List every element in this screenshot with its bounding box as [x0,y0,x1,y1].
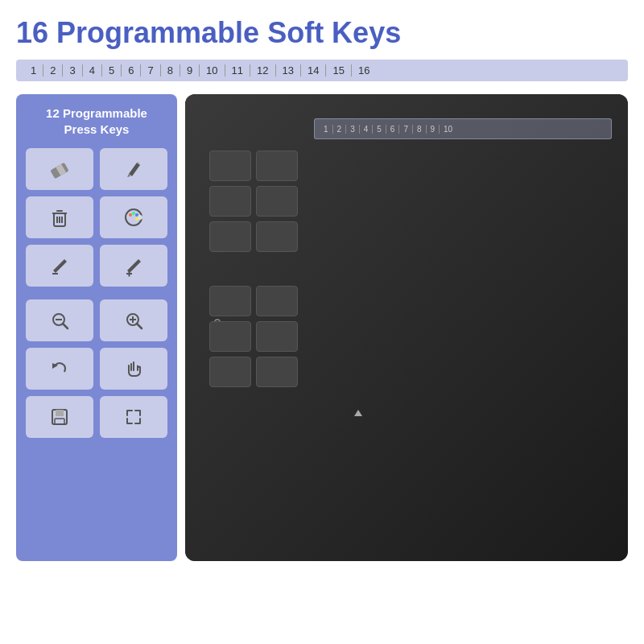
tablet-key-4[interactable] [256,186,298,217]
tablet-key-8[interactable] [256,286,298,316]
svg-point-11 [138,215,142,220]
tablet-key-row-1 [209,151,298,181]
tablet-key-7[interactable] [209,286,251,316]
tablet-key-5[interactable] [209,221,251,252]
tablet-ruler-num-4: 4 [360,125,374,134]
tablet-ruler-num-9: 9 [427,125,440,134]
tablet-key-row-5 [209,321,298,352]
tablet-key-11[interactable] [209,357,251,387]
soft-key-5[interactable]: 5 [102,64,122,76]
soft-key-11[interactable]: 11 [225,64,250,76]
tablet-key-2[interactable] [256,151,298,181]
zoom-in-key-button[interactable] [100,299,167,341]
tablet-key-1[interactable] [209,151,251,181]
soft-key-12[interactable]: 12 [250,64,275,76]
left-panel: 12 ProgrammablePress Keys [16,94,177,561]
soft-key-16[interactable]: 16 [352,64,376,76]
undo-key-button[interactable] [26,348,93,390]
key-row-5 [26,348,167,390]
tablet-key-row-3 [209,221,298,252]
content-area: 12 ProgrammablePress Keys [16,94,628,561]
svg-line-21 [137,324,142,328]
soft-keys-bar: 12345678910111213141516 [16,60,628,81]
svg-line-17 [63,324,68,328]
svg-point-8 [132,212,135,215]
svg-rect-24 [56,410,64,416]
main-title: 16 Programmable Soft Keys [16,16,628,50]
tablet-ruler-num-6: 6 [386,125,400,134]
delete-key-button[interactable] [26,196,93,238]
tablet-key-3[interactable] [209,186,251,217]
soft-key-10[interactable]: 10 [200,64,225,76]
brush-plus-key-button[interactable] [100,245,167,287]
soft-key-2[interactable]: 2 [43,64,63,76]
soft-key-7[interactable]: 7 [141,64,160,76]
key-row-3 [26,245,167,287]
soft-key-1[interactable]: 1 [24,64,43,76]
tablet-key-row-4 [209,286,298,316]
key-row-2 [26,196,167,238]
key-row-1 [26,148,167,190]
cursor-indicator [354,410,361,416]
svg-rect-25 [55,419,64,424]
tablet-ruler-num-3: 3 [346,125,360,134]
eraser-key-button[interactable] [26,148,93,190]
key-row-4 [26,299,167,341]
tablet-side-keys [209,151,298,387]
page-container: 16 Programmable Soft Keys 12345678910111… [0,0,644,644]
soft-key-13[interactable]: 13 [276,64,301,76]
tablet-key-row-6 [209,357,298,387]
tablet-panel: 12345678910 HUION [185,94,628,561]
soft-key-14[interactable]: 14 [301,64,326,76]
soft-key-9[interactable]: 9 [180,64,200,76]
tablet-ruler-num-8: 8 [413,125,427,134]
brush-minus-key-button[interactable] [26,245,93,287]
soft-key-3[interactable]: 3 [63,64,82,76]
zoom-out-key-button[interactable] [26,299,93,341]
svg-point-7 [129,213,132,217]
svg-point-9 [135,213,138,217]
pen-key-button[interactable] [100,148,167,190]
soft-key-6[interactable]: 6 [122,64,141,76]
soft-key-8[interactable]: 8 [161,64,180,76]
tablet-ruler-num-2: 2 [333,125,347,134]
hand-key-button[interactable] [100,348,167,390]
tablet-body: 12345678910 HUION [185,94,628,561]
save-key-button[interactable] [26,396,93,438]
tablet-ruler-num-10: 10 [440,125,456,134]
soft-key-4[interactable]: 4 [83,64,102,76]
tablet-ruler-num-1: 1 [320,125,333,134]
key-row-6 [26,396,167,438]
tablet-key-6[interactable] [256,221,298,252]
soft-key-15[interactable]: 15 [326,64,351,76]
fullscreen-key-button[interactable] [100,396,167,438]
panel-title: 12 ProgrammablePress Keys [26,105,167,137]
tablet-key-10[interactable] [256,321,298,352]
tablet-ruler: 12345678910 [314,118,612,139]
palette-key-button[interactable] [100,196,167,238]
tablet-ruler-num-7: 7 [399,125,413,134]
tablet-key-9[interactable] [209,321,251,352]
tablet-key-12[interactable] [256,357,298,387]
tablet-key-row-2 [209,186,298,217]
tablet-ruler-num-5: 5 [373,125,386,134]
